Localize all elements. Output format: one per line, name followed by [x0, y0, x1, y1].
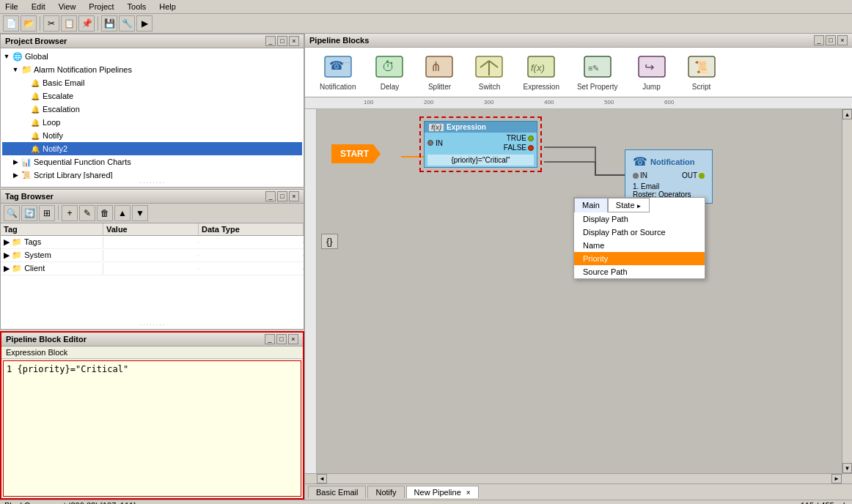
- ctx-item-display-path-source[interactable]: Display Path or Source: [574, 226, 705, 239]
- project-resize[interactable]: · · · · · · · ·: [1, 179, 304, 187]
- notification-block[interactable]: ☎ Notification IN OUT: [625, 149, 713, 204]
- tag-resize[interactable]: · · · · · · · ·: [1, 321, 304, 329]
- cut-btn[interactable]: ✂: [43, 15, 59, 32]
- toggle-script[interactable]: ▶: [11, 171, 20, 179]
- switch-tool-label: Switch: [479, 83, 500, 91]
- hscroll-left[interactable]: ◄: [317, 474, 327, 483]
- tree-item-escalation[interactable]: 🔔 Escalation: [2, 103, 302, 116]
- tag-row-tags[interactable]: ▶ 📁 Tags: [1, 236, 304, 249]
- vscroll-down[interactable]: ▼: [842, 463, 852, 473]
- start-block[interactable]: START: [331, 144, 381, 163]
- open-btn[interactable]: 📂: [21, 15, 37, 32]
- canvas-hscroll[interactable]: ◄ ►: [305, 473, 852, 483]
- tag-add-btn[interactable]: +: [62, 205, 78, 221]
- tab-new-pipeline[interactable]: New Pipeline ×: [406, 486, 479, 498]
- tree-item-basic-email[interactable]: 🔔 Basic Email: [2, 76, 302, 89]
- menu-tools[interactable]: Tools: [125, 1, 149, 12]
- tree-item-global[interactable]: ▼ 🌐 Global: [2, 50, 302, 63]
- save-btn[interactable]: 💾: [101, 15, 117, 32]
- start-arrow: START: [331, 144, 381, 163]
- pb-minimize-btn[interactable]: _: [814, 35, 824, 45]
- tb-close-btn[interactable]: ×: [289, 191, 299, 201]
- tool-jump[interactable]: ↪ Jump: [630, 51, 674, 94]
- canvas-ruler: 100 200 300 400 500 600: [305, 97, 852, 109]
- tree-item-escalate[interactable]: 🔔 Escalate: [2, 89, 302, 103]
- tree-item-notify2[interactable]: 🔔 Notify2: [2, 142, 302, 155]
- minimize-btn[interactable]: _: [265, 36, 276, 46]
- pb-close-btn[interactable]: ×: [837, 35, 848, 45]
- menu-edit[interactable]: Edit: [29, 1, 48, 12]
- ctx-item-display-path[interactable]: Display Path: [574, 212, 705, 226]
- sys-toggle[interactable]: ▶: [4, 251, 10, 259]
- ctx-item-priority[interactable]: Priority: [574, 252, 705, 265]
- ctx-tab-main[interactable]: Main: [574, 198, 608, 212]
- tab-basic-email[interactable]: Basic Email: [308, 486, 366, 498]
- tag-del-btn[interactable]: 🗑: [97, 205, 113, 221]
- ctx-tab-state[interactable]: State: [608, 198, 650, 212]
- tree-item-loop[interactable]: 🔔 Loop: [2, 116, 302, 129]
- be-close-btn[interactable]: ×: [288, 334, 298, 344]
- tree-item-notify[interactable]: 🔔 Notify: [2, 129, 302, 142]
- publish-btn[interactable]: 🔧: [119, 15, 135, 32]
- tab-new-pipeline-close[interactable]: ×: [466, 489, 471, 497]
- in-port-dot: [427, 140, 433, 146]
- paste-btn[interactable]: 📌: [78, 15, 95, 32]
- canvas-vscroll[interactable]: ▲ ▼: [842, 109, 852, 473]
- tag-row-system[interactable]: ▶ 📁 System: [1, 249, 304, 262]
- ctx-item-source-path[interactable]: Source Path: [574, 265, 705, 278]
- canvas-container: 100 200 300 400 500 600: [305, 97, 852, 483]
- tree-item-sfc[interactable]: ▶ 📊 Sequential Function Charts: [2, 155, 302, 168]
- ctx-item-name[interactable]: Name: [574, 239, 705, 252]
- menu-file[interactable]: File: [3, 1, 21, 12]
- tab-notify[interactable]: Notify: [367, 486, 404, 498]
- tool-delay[interactable]: ⏱ Delay: [367, 51, 411, 94]
- vscroll-up[interactable]: ▲: [842, 109, 852, 119]
- global-label: Global: [25, 52, 48, 61]
- copy-btn[interactable]: 📋: [61, 15, 77, 32]
- tag-edit-btn[interactable]: ✎: [79, 205, 95, 221]
- curly-btn[interactable]: {}: [321, 234, 338, 249]
- toggle-global[interactable]: ▼: [2, 52, 11, 61]
- cli-toggle[interactable]: ▶: [4, 264, 10, 273]
- be-minimize-btn[interactable]: _: [265, 334, 275, 344]
- tag-grid-btn[interactable]: ⊞: [39, 205, 55, 221]
- svg-text:☎: ☎: [329, 59, 344, 72]
- tag-row-client[interactable]: ▶ 📁 Client: [1, 262, 304, 275]
- pb-maximize-btn[interactable]: □: [826, 35, 836, 45]
- tool-script[interactable]: 📜 Script: [680, 51, 724, 94]
- tag-up-btn[interactable]: ▲: [114, 205, 131, 221]
- expression-block[interactable]: f(x) Expression IN: [424, 121, 537, 168]
- menu-help[interactable]: Help: [157, 1, 178, 12]
- tags-toggle[interactable]: ▶: [4, 237, 10, 246]
- tree-item-script[interactable]: ▶ 📜 Script Library [shared]: [2, 168, 302, 179]
- block-editor-content[interactable]: 1 {priority}="Critical": [3, 360, 301, 497]
- context-menu[interactable]: Main State Display Path Display Path or …: [573, 197, 705, 279]
- true-port-dot: [528, 136, 534, 141]
- tool-set-property[interactable]: ≡✎ Set Property: [571, 51, 624, 94]
- tag-down-btn[interactable]: ▼: [132, 205, 148, 221]
- loop-label: Loop: [43, 118, 60, 127]
- tree-item-anp[interactable]: ▼ 📁 Alarm Notification Pipelines: [2, 63, 302, 76]
- tb-maximize-btn[interactable]: □: [277, 191, 287, 201]
- tag-refresh-btn[interactable]: 🔄: [21, 205, 37, 221]
- menu-view[interactable]: View: [56, 1, 78, 12]
- be-maximize-btn[interactable]: □: [276, 334, 287, 344]
- pipeline-canvas[interactable]: START f(x) Expression: [317, 109, 842, 473]
- maximize-btn[interactable]: □: [277, 36, 287, 46]
- toggle-sfc[interactable]: ▶: [11, 158, 20, 166]
- tool-expression[interactable]: f(x) Expression: [517, 51, 565, 94]
- tool-notification[interactable]: ☎ ⋯ Notification: [314, 51, 361, 94]
- menu-project[interactable]: Project: [87, 1, 116, 12]
- toggle-anp[interactable]: ▼: [11, 65, 20, 74]
- tool-splitter[interactable]: ⋔ Splitter: [417, 51, 461, 94]
- run-btn[interactable]: ▶: [136, 15, 153, 32]
- delay-tool-label: Delay: [381, 83, 400, 91]
- hscroll-right[interactable]: ►: [831, 474, 842, 483]
- tool-switch[interactable]: Switch: [467, 51, 511, 94]
- tb-minimize-btn[interactable]: _: [265, 191, 276, 201]
- new-btn[interactable]: 📄: [3, 15, 19, 32]
- expression-block-container[interactable]: f(x) Expression IN: [419, 116, 542, 172]
- col-tag: Tag: [1, 223, 103, 235]
- tag-search-btn[interactable]: 🔍: [4, 205, 20, 221]
- close-btn[interactable]: ×: [289, 36, 299, 46]
